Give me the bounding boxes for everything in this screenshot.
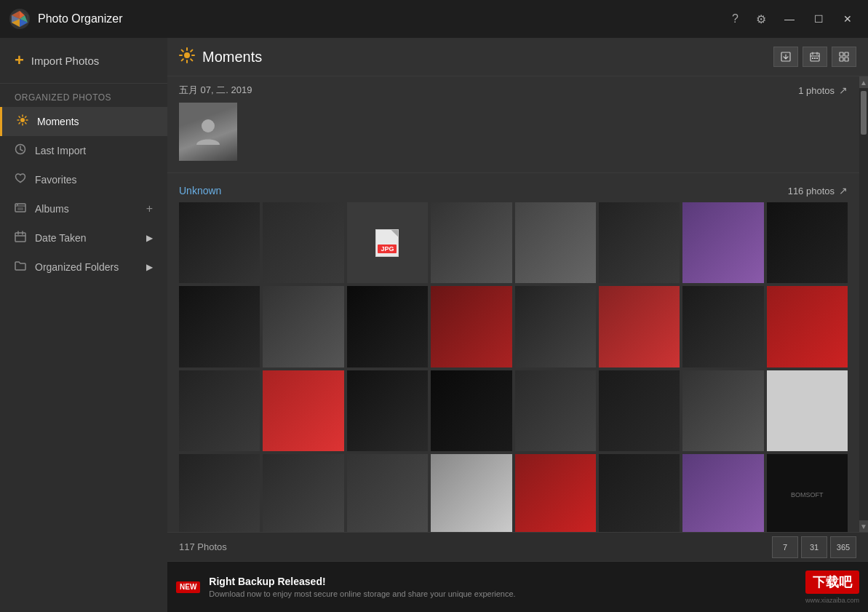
photo-thumb[interactable] <box>179 286 260 367</box>
help-button[interactable]: ? <box>726 9 744 28</box>
photo-thumb[interactable] <box>263 370 343 451</box>
sidebar-label-date-taken: Date Taken <box>35 232 87 244</box>
date-export-icon[interactable]: ↗ <box>839 84 848 96</box>
sidebar-item-favorites[interactable]: Favorites <box>0 165 167 194</box>
sidebar-item-date-taken[interactable]: Date Taken ▶ <box>0 223 167 253</box>
photo-thumb[interactable] <box>515 286 596 367</box>
content-title: Moments <box>202 49 773 65</box>
title-bar: Photo Organizer ? ⚙ — ☐ ✕ <box>0 0 868 38</box>
photo-thumb[interactable] <box>179 454 260 532</box>
photo-thumb[interactable] <box>263 202 343 283</box>
organized-folders-icon <box>15 260 26 274</box>
photo-thumb[interactable] <box>263 454 343 532</box>
photo-thumb-person[interactable] <box>179 103 237 161</box>
svg-point-7 <box>184 52 190 58</box>
unknown-section-count: 116 photos ↗ <box>788 185 848 196</box>
tool-31-label: 31 <box>810 543 819 552</box>
photo-thumb[interactable] <box>263 286 343 367</box>
tool-7-label: 7 <box>783 543 787 552</box>
tool-31-button[interactable]: 31 <box>801 536 827 558</box>
content-scroll-wrapper: 五月 07, 二. 2019 1 photos ↗ <box>167 76 868 532</box>
status-text: 117 Photos <box>179 541 227 552</box>
sidebar-label-albums: Albums <box>35 203 69 215</box>
date-section: 五月 07, 二. 2019 1 photos ↗ <box>167 76 859 168</box>
photo-thumb[interactable] <box>347 454 428 532</box>
sidebar-label-last-import: Last Import <box>35 145 86 156</box>
photo-thumb[interactable] <box>599 286 680 367</box>
photo-thumb[interactable] <box>515 202 596 283</box>
photo-thumb[interactable] <box>431 286 511 367</box>
svg-point-1 <box>20 118 25 122</box>
scroll-thumb[interactable] <box>861 91 867 135</box>
bottom-tools: 7 31 365 <box>772 536 856 558</box>
photo-thumb[interactable] <box>682 286 763 367</box>
photo-thumb[interactable] <box>682 454 763 532</box>
photo-thumb[interactable] <box>347 286 428 367</box>
date-count-text: 1 photos <box>798 85 835 96</box>
photo-thumb[interactable] <box>431 454 511 532</box>
photo-thumb[interactable] <box>599 370 680 451</box>
grid-view-button[interactable] <box>832 47 856 67</box>
import-photos-button[interactable]: + Import Photos <box>0 38 167 84</box>
svg-rect-11 <box>814 57 816 59</box>
photo-thumb[interactable]: BOMSOFT <box>767 454 848 532</box>
app-body: + Import Photos Organized Photos Moments <box>0 38 868 612</box>
scroll-up-button[interactable]: ▲ <box>859 76 868 88</box>
close-button[interactable]: ✕ <box>836 7 859 31</box>
photo-thumb[interactable] <box>682 370 763 451</box>
export-tool-button[interactable] <box>773 47 798 67</box>
date-photos-row <box>179 103 848 161</box>
photo-thumb[interactable] <box>431 202 511 283</box>
settings-button[interactable]: ⚙ <box>750 9 772 29</box>
section-divider-1 <box>167 172 859 173</box>
svg-point-17 <box>202 119 215 132</box>
maximize-button[interactable]: ☐ <box>807 7 830 31</box>
photo-thumb[interactable] <box>431 370 511 451</box>
photo-thumb[interactable] <box>179 370 260 451</box>
photo-thumb[interactable] <box>682 202 763 283</box>
svg-rect-16 <box>845 57 848 61</box>
calendar-view-button[interactable] <box>803 47 827 67</box>
photo-thumb[interactable] <box>599 454 680 532</box>
content-scroll[interactable]: 五月 07, 二. 2019 1 photos ↗ <box>167 76 859 532</box>
date-section-count: 1 photos ↗ <box>798 84 848 96</box>
photo-thumb[interactable] <box>767 370 848 451</box>
ad-logo: 下载吧 <box>805 571 859 594</box>
sidebar-label-moments: Moments <box>37 116 79 127</box>
photo-grid-row1: JPG <box>179 202 848 283</box>
photo-thumb[interactable] <box>347 370 428 451</box>
sidebar-item-albums[interactable]: Albums + <box>0 194 167 223</box>
photo-thumb[interactable] <box>767 202 848 283</box>
tool-365-button[interactable]: 365 <box>830 536 856 558</box>
unknown-section-header: Unknown 116 photos ↗ <box>179 185 848 196</box>
sidebar-label-favorites: Favorites <box>35 174 77 186</box>
photo-thumb[interactable] <box>767 286 848 367</box>
photo-thumb[interactable] <box>515 370 596 451</box>
svg-point-4 <box>17 204 18 206</box>
status-bar: 117 Photos 7 31 365 <box>167 532 868 561</box>
photo-thumb[interactable] <box>599 202 680 283</box>
photo-thumb[interactable] <box>179 202 260 283</box>
ad-logo-area: 下载吧 www.xiazaiba.com <box>805 571 859 604</box>
scroll-down-button[interactable]: ▼ <box>859 520 868 532</box>
photo-thumb[interactable] <box>515 454 596 532</box>
moments-icon <box>17 114 28 129</box>
moments-header-icon <box>179 47 195 67</box>
ad-domain: www.xiazaiba.com <box>805 597 859 604</box>
app-title: Photo Organizer <box>38 12 726 25</box>
organized-folders-arrow-icon: ▶ <box>146 262 153 272</box>
unknown-export-icon[interactable]: ↗ <box>839 185 848 196</box>
photo-thumb-jpg[interactable]: JPG <box>347 202 428 283</box>
sidebar-item-organized-folders[interactable]: Organized Folders ▶ <box>0 253 167 282</box>
sidebar-item-last-import[interactable]: Last Import <box>0 136 167 165</box>
date-taken-icon <box>15 231 26 245</box>
ad-banner: NEW Right Backup Released! Download now … <box>167 561 868 612</box>
minimize-button[interactable]: — <box>778 7 801 31</box>
svg-rect-10 <box>812 57 813 59</box>
scrollbar[interactable]: ▲ ▼ <box>859 76 868 532</box>
sidebar-item-moments[interactable]: Moments <box>0 107 167 136</box>
svg-rect-5 <box>17 207 23 210</box>
tool-7-button[interactable]: 7 <box>772 536 798 558</box>
svg-rect-12 <box>816 57 818 59</box>
albums-add-icon[interactable]: + <box>146 202 153 215</box>
